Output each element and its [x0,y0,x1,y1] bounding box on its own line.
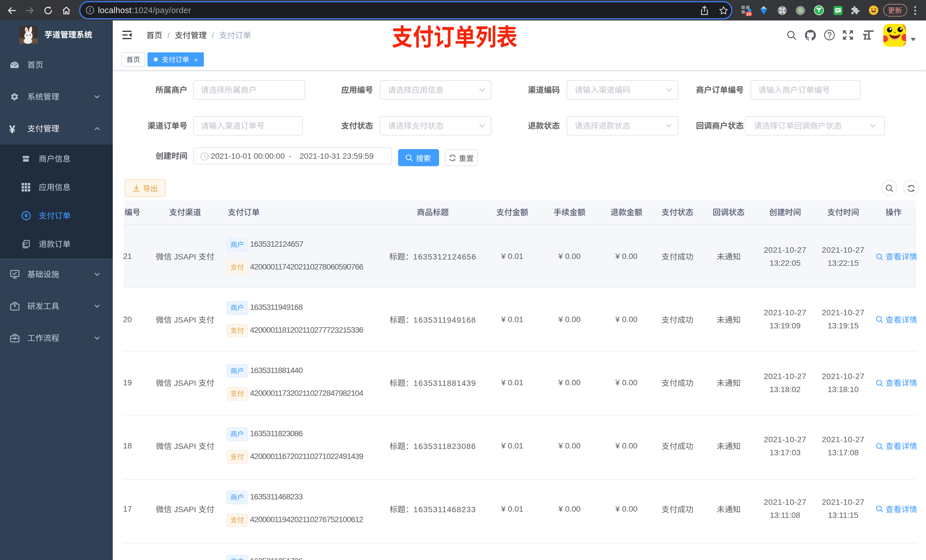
svg-text:¥: ¥ [24,211,28,219]
svg-text:10: 10 [746,12,751,16]
